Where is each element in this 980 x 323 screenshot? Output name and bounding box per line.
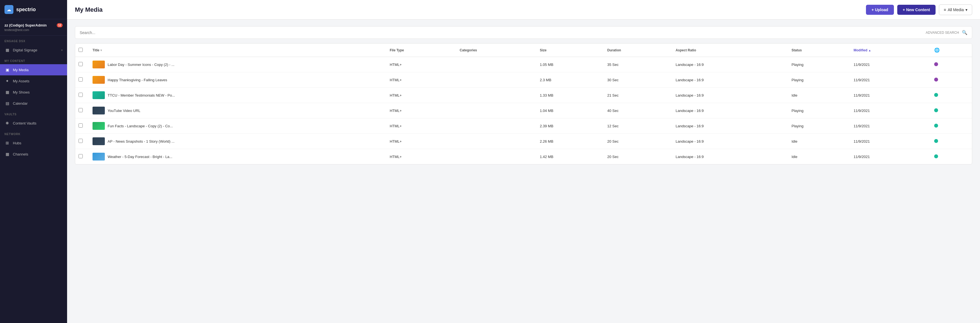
row-title[interactable]: Fun Facts - Landscape - Copy (2) - Co...	[108, 124, 173, 128]
row-checkbox-cell	[75, 118, 89, 134]
main-content: My Media + Upload + New Content ≡ All Me…	[67, 0, 980, 323]
row-duration: 30 Sec	[604, 72, 672, 88]
topbar: My Media + Upload + New Content ≡ All Me…	[67, 0, 980, 19]
new-content-button[interactable]: + New Content	[897, 5, 936, 15]
row-aspect-ratio: Landscape - 16:9	[672, 57, 788, 72]
row-file-type: HTML+	[386, 103, 456, 118]
media-icon: ▣	[5, 67, 10, 73]
row-title[interactable]: Happy Thanksgiving - Falling Leaves	[108, 78, 167, 82]
row-checkbox[interactable]	[78, 124, 83, 128]
sidebar-item-calendar[interactable]: ▤ Calendar	[0, 98, 67, 109]
chevron-down-icon: ▾	[61, 49, 63, 52]
row-icon-cell	[931, 88, 972, 103]
row-checkbox[interactable]	[78, 93, 83, 97]
sidebar-item-digital-signage[interactable]: ▦ Digital Signage ▾	[0, 44, 67, 55]
sidebar-item-my-media[interactable]: ▣ My Media	[0, 64, 67, 75]
row-icon-cell	[931, 72, 972, 88]
row-thumbnail	[92, 60, 105, 68]
row-thumbnail	[92, 153, 105, 160]
user-section: zz (Codigo) SuperAdmin testtest@test.com…	[0, 19, 67, 36]
filter-icon: ≡	[943, 8, 946, 12]
row-title-cell: AP - News Snapshots - 1 Story (World) ..…	[89, 134, 386, 149]
row-modified: 11/9/2021	[850, 88, 931, 103]
col-duration[interactable]: Duration	[604, 44, 672, 57]
select-all-checkbox[interactable]	[78, 48, 83, 52]
network-label: Network	[0, 129, 67, 137]
col-aspect-ratio[interactable]: Aspect Ratio	[672, 44, 788, 57]
sidebar-item-label: Calendar	[13, 101, 63, 106]
row-title[interactable]: TTCU - Member Testimonials NEW - Po...	[108, 93, 175, 97]
row-checkbox[interactable]	[78, 78, 83, 82]
row-thumbnail	[92, 76, 105, 84]
col-title[interactable]: Title ▾	[89, 44, 386, 57]
search-icon[interactable]: 🔍	[962, 30, 967, 35]
row-checkbox[interactable]	[78, 154, 83, 158]
row-file-type: HTML+	[386, 57, 456, 72]
row-duration: 12 Sec	[604, 118, 672, 134]
advanced-search-label[interactable]: ADVANCED SEARCH	[926, 31, 959, 35]
calendar-icon: ▤	[5, 100, 10, 106]
col-modified[interactable]: Modified ▲	[850, 44, 931, 57]
row-categories	[457, 72, 537, 88]
col-checkbox	[75, 44, 89, 57]
row-size: 2.26 MB	[536, 134, 604, 149]
row-size: 1.33 MB	[536, 88, 604, 103]
notification-badge[interactable]: 12	[57, 23, 63, 27]
status-dot-icon	[934, 139, 938, 143]
row-categories	[457, 134, 537, 149]
sidebar-item-my-shows[interactable]: ▦ My Shows	[0, 87, 67, 98]
row-status: Playing	[788, 72, 850, 88]
search-input[interactable]	[80, 30, 701, 35]
row-checkbox-cell	[75, 103, 89, 118]
sidebar-item-my-assets[interactable]: ✦ My Assets	[0, 75, 67, 87]
all-media-label: All Media	[948, 8, 964, 12]
table-row: Happy Thanksgiving - Falling Leaves HTML…	[75, 72, 972, 88]
all-media-button[interactable]: ≡ All Media ▾	[939, 5, 972, 15]
row-categories	[457, 88, 537, 103]
page-title: My Media	[75, 6, 103, 13]
row-file-type: HTML+	[386, 149, 456, 165]
search-bar: ADVANCED SEARCH 🔍	[75, 26, 972, 39]
row-checkbox[interactable]	[78, 62, 83, 66]
row-checkbox[interactable]	[78, 139, 83, 143]
col-categories[interactable]: Categories	[457, 44, 537, 57]
row-size: 1.04 MB	[536, 103, 604, 118]
app-name: spectrio	[16, 7, 36, 13]
upload-button[interactable]: + Upload	[866, 5, 894, 15]
app-logo-icon: ☁	[5, 5, 13, 14]
sidebar-header: ☁ spectrio	[0, 0, 67, 19]
row-title[interactable]: AP - News Snapshots - 1 Story (World) ..…	[108, 139, 174, 144]
row-title[interactable]: Weather - 5-Day Forecast - Bright - La..…	[108, 155, 172, 159]
row-title[interactable]: Labor Day - Summer Icons - Copy (2) - ..…	[108, 63, 174, 67]
sidebar-item-hubs[interactable]: ⊞ Hubs	[0, 137, 67, 149]
media-table-container: Title ▾ File Type Categories Size Durati…	[75, 43, 972, 165]
sidebar-item-label: Hubs	[13, 141, 63, 145]
row-duration: 40 Sec	[604, 103, 672, 118]
hubs-icon: ⊞	[5, 140, 10, 146]
row-status: Playing	[788, 57, 850, 72]
row-aspect-ratio: Landscape - 16:9	[672, 149, 788, 165]
table-row: Fun Facts - Landscape - Copy (2) - Co...…	[75, 118, 972, 134]
engage-label: Engage DSX	[0, 36, 67, 44]
table-row: YouTube Video URL HTML+ 1.04 MB 40 Sec L…	[75, 103, 972, 118]
sidebar-item-label: Digital Signage	[13, 48, 59, 52]
row-icon-cell	[931, 103, 972, 118]
status-dot-icon	[934, 154, 938, 158]
row-checkbox[interactable]	[78, 108, 83, 112]
sidebar-item-content-vaults[interactable]: ❋ Content Vaults	[0, 117, 67, 129]
row-title-cell: TTCU - Member Testimonials NEW - Po...	[89, 88, 386, 103]
col-file-type[interactable]: File Type	[386, 44, 456, 57]
table-row: TTCU - Member Testimonials NEW - Po... H…	[75, 88, 972, 103]
col-status[interactable]: Status	[788, 44, 850, 57]
row-file-type: HTML+	[386, 118, 456, 134]
row-checkbox-cell	[75, 57, 89, 72]
row-size: 1.05 MB	[536, 57, 604, 72]
sidebar-item-label: Channels	[13, 152, 63, 156]
sidebar-item-channels[interactable]: ▦ Channels	[0, 149, 67, 160]
row-checkbox-cell	[75, 88, 89, 103]
topbar-actions: + Upload + New Content ≡ All Media ▾	[866, 5, 972, 15]
row-title[interactable]: YouTube Video URL	[108, 109, 140, 113]
media-table: Title ▾ File Type Categories Size Durati…	[75, 44, 972, 164]
col-size[interactable]: Size	[536, 44, 604, 57]
row-status: Playing	[788, 118, 850, 134]
